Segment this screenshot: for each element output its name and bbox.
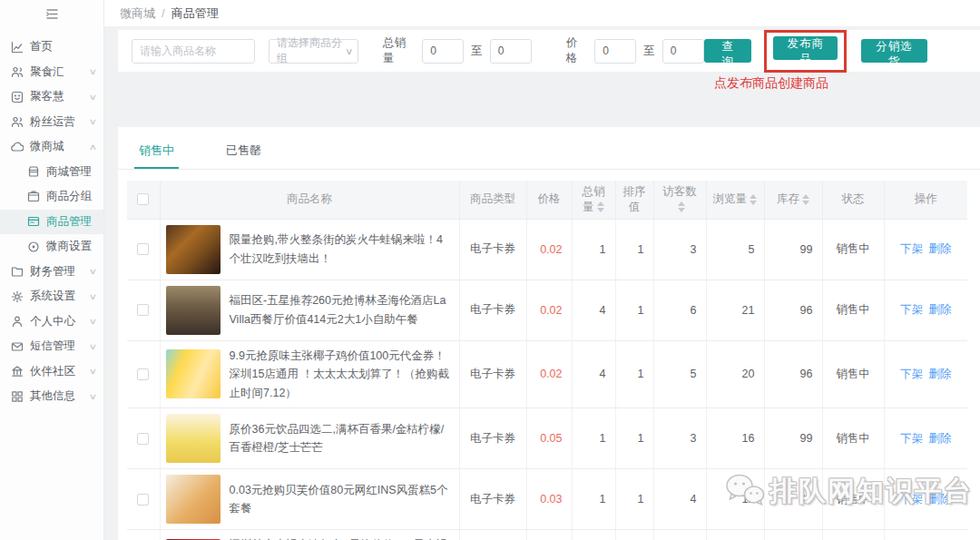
row-checkbox[interactable] xyxy=(137,433,149,445)
cloud-icon xyxy=(11,141,24,153)
header-price: 价格 xyxy=(526,181,572,219)
product-type-cell: 电子卡券 xyxy=(459,469,526,530)
header-status: 状态 xyxy=(822,181,884,219)
chart-icon xyxy=(11,41,24,54)
header-product-name: 商品名称 xyxy=(160,181,459,219)
product-thumbnail xyxy=(166,349,220,398)
sort-icon[interactable] xyxy=(802,194,809,205)
sort-value-cell: 1 xyxy=(615,340,653,408)
sidebar-item-other[interactable]: 其他信息∨ xyxy=(0,384,103,409)
delete-link[interactable]: 删除 xyxy=(928,493,951,506)
visitors-cell: 3 xyxy=(653,219,706,280)
price-cell: 0.01 xyxy=(526,530,572,540)
row-checkbox-cell xyxy=(127,280,160,340)
price-label: 价格 xyxy=(566,35,588,66)
price-min-input[interactable] xyxy=(594,39,636,64)
take-down-link[interactable]: 下架 xyxy=(900,493,923,506)
collapse-sidebar-icon[interactable] xyxy=(0,0,103,27)
product-name-input[interactable] xyxy=(132,39,255,64)
row-checkbox[interactable] xyxy=(137,368,149,380)
stock-cell: 99 xyxy=(764,219,822,280)
sidebar: 首页 聚食汇∨ 聚客慧∨ 粉丝运营∨ 微商城∧ 商城管理 商品分组 商品管理 微… xyxy=(0,0,104,540)
sidebar-item-label: 首页 xyxy=(30,39,53,54)
sidebar-item-fans[interactable]: 粉丝运营∨ xyxy=(0,110,103,135)
header-stock[interactable]: 库存 xyxy=(764,181,822,219)
header-operations: 操作 xyxy=(884,181,967,219)
header-checkbox-cell xyxy=(127,181,160,219)
price-max-input[interactable] xyxy=(662,39,704,64)
delete-link[interactable]: 删除 xyxy=(928,242,951,255)
take-down-link[interactable]: 下架 xyxy=(900,368,923,380)
sidebar-item-jushihui[interactable]: 聚食汇∨ xyxy=(0,60,103,85)
sort-icon[interactable] xyxy=(750,194,757,205)
sales-min-input[interactable] xyxy=(422,39,464,64)
row-checkbox-cell xyxy=(127,340,160,408)
sidebar-item-mall-manage[interactable]: 商城管理 xyxy=(0,160,103,185)
sales-max-input[interactable] xyxy=(490,39,532,64)
sales-cell: 1 xyxy=(572,219,615,280)
distribution-select-button[interactable]: 分销选货 xyxy=(861,39,927,63)
product-name: 限量抢购,带火整条街的炭火牛蛙锅来啦！4个壮汉吃到扶墙出！ xyxy=(230,231,454,268)
table-row: 福田区-五星推荐260元抢博林圣海伦酒店La Villa西餐厅价值414元2大1… xyxy=(127,280,967,340)
sales-cell: 1 xyxy=(572,469,615,530)
header-total-sales[interactable]: 总销量 xyxy=(572,181,615,219)
status-cell: 销售中 xyxy=(822,408,884,469)
sidebar-item-weimall[interactable]: 微商城∧ xyxy=(0,134,103,160)
sidebar-item-product-manage[interactable]: 商品管理 xyxy=(0,210,103,235)
delete-link[interactable]: 删除 xyxy=(928,432,951,445)
fans-icon xyxy=(11,115,24,128)
sidebar-item-label: 财务管理 xyxy=(30,264,75,280)
sidebar-item-label: 聚食汇 xyxy=(30,64,64,80)
row-checkbox-cell xyxy=(127,469,160,530)
operations-cell: 下架删除 xyxy=(884,280,967,340)
delete-link[interactable]: 删除 xyxy=(928,303,951,316)
sidebar-item-label: 个人中心 xyxy=(30,314,75,329)
tab-on-sale[interactable]: 销售中 xyxy=(134,142,179,169)
grid-icon xyxy=(11,390,24,403)
product-name: 原价36元饮品四选二,满杯百香果/金桔柠檬/百香橙橙/芝士芒芒 xyxy=(230,420,454,457)
sidebar-item-system[interactable]: 系统设置∨ xyxy=(0,284,103,309)
query-button[interactable]: 查 询 xyxy=(704,39,752,63)
sidebar-item-home[interactable]: 首页 xyxy=(0,34,103,60)
take-down-link[interactable]: 下架 xyxy=(900,242,923,255)
product-group-select[interactable]: 请选择商品分组 ∨ xyxy=(269,39,358,64)
row-checkbox[interactable] xyxy=(137,243,149,255)
stock-cell: 96 xyxy=(764,530,822,540)
header-visitors[interactable]: 访客数 xyxy=(653,181,706,219)
sidebar-item-product-group[interactable]: 商品分组 xyxy=(0,184,103,210)
product-name-cell: 0.03元抢购贝芙价值80元网红INS风蛋糕5个套餐 xyxy=(160,469,459,530)
header-views[interactable]: 浏览量 xyxy=(706,181,764,219)
publish-product-button[interactable]: 发布商品 xyxy=(773,36,838,60)
sort-icon[interactable] xyxy=(678,201,685,212)
sidebar-item-personal[interactable]: 个人中心∨ xyxy=(0,309,103,335)
table-row: 限量抢购,带火整条街的炭火牛蛙锅来啦！4个壮汉吃到扶墙出！ 电子卡券 0.02 … xyxy=(127,219,967,280)
sidebar-item-finance[interactable]: 财务管理∨ xyxy=(0,260,103,285)
target-icon xyxy=(27,241,40,253)
breadcrumb-parent[interactable]: 微商城 xyxy=(120,5,155,22)
product-type-cell: 电子卡券 xyxy=(459,530,526,540)
row-checkbox[interactable] xyxy=(137,304,149,316)
filter-bar: 请选择商品分组 ∨ 总销量 至 价格 至 查 询 发布商品 分销选货 xyxy=(118,30,980,72)
sort-icon[interactable] xyxy=(597,201,604,212)
take-down-link[interactable]: 下架 xyxy=(900,432,923,445)
sales-cell: 4 xyxy=(572,280,615,340)
row-checkbox-cell xyxy=(127,530,160,540)
shop-icon xyxy=(27,165,40,178)
delete-link[interactable]: 删除 xyxy=(928,368,951,380)
sort-value-cell: 1 xyxy=(615,469,653,530)
chevron-down-icon: ∨ xyxy=(344,46,353,56)
sidebar-item-jukehui[interactable]: 聚客慧∨ xyxy=(0,84,103,110)
annotation-text: 点发布商品创建商品 xyxy=(714,75,828,92)
sidebar-item-sms[interactable]: 短信管理∨ xyxy=(0,334,103,359)
chevron-down-icon: ∨ xyxy=(89,93,97,102)
user-icon xyxy=(11,315,24,328)
select-all-checkbox[interactable] xyxy=(137,193,149,205)
tab-sold-out[interactable]: 已售罄 xyxy=(221,142,266,169)
sidebar-item-partner[interactable]: 伙伴社区∨ xyxy=(0,359,103,385)
sort-value-cell: 1 xyxy=(615,280,653,340)
sidebar-item-weishop-settings[interactable]: 微商设置 xyxy=(0,234,103,260)
product-name: 0.03元抢购贝芙价值80元网红INS风蛋糕5个套餐 xyxy=(230,481,454,518)
take-down-link[interactable]: 下架 xyxy=(900,303,923,316)
row-checkbox[interactable] xyxy=(137,494,149,506)
visitors-cell: 5 xyxy=(653,340,706,408)
